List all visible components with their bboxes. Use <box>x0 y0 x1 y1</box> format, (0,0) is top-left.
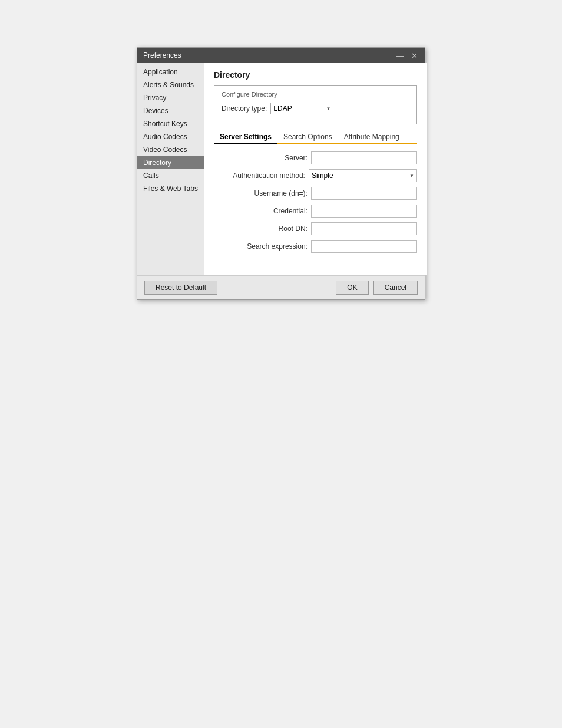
fieldset-legend: Configure Directory <box>222 91 409 98</box>
dialog-body: Application Alerts & Sounds Privacy Devi… <box>137 63 425 275</box>
dialog-footer: Reset to Default OK Cancel <box>137 275 425 299</box>
sidebar-item-calls[interactable]: Calls <box>137 169 204 182</box>
username-label: Username (dn=): <box>216 189 308 197</box>
preferences-dialog: Preferences — ✕ Application Alerts & Sou… <box>137 47 425 300</box>
ok-button[interactable]: OK <box>336 281 368 295</box>
search-expression-input[interactable] <box>311 240 417 253</box>
credential-label: Credential: <box>216 207 308 215</box>
sidebar-item-video-codecs[interactable]: Video Codecs <box>137 143 204 156</box>
sidebar-item-files-web-tabs[interactable]: Files & Web Tabs <box>137 182 204 195</box>
username-input[interactable] <box>311 187 417 200</box>
dir-type-select-wrapper: LDAP ActiveDirectory None <box>270 103 333 114</box>
root-dn-input[interactable] <box>311 222 417 235</box>
field-row-search-expression: Search expression: <box>214 240 417 253</box>
field-row-root-dn: Root DN: <box>214 222 417 235</box>
cancel-button[interactable]: Cancel <box>373 281 418 295</box>
sidebar-item-alerts-sounds[interactable]: Alerts & Sounds <box>137 78 204 91</box>
tab-server-settings[interactable]: Server Settings <box>214 130 277 144</box>
sidebar-item-shortcut-keys[interactable]: Shortcut Keys <box>137 117 204 130</box>
sidebar-item-audio-codecs[interactable]: Audio Codecs <box>137 130 204 143</box>
content-title: Directory <box>214 70 417 80</box>
auth-method-label: Authentication method: <box>214 172 305 180</box>
server-input[interactable] <box>311 151 417 164</box>
content-area: Directory Configure Directory Directory … <box>204 63 427 275</box>
dialog-titlebar: Preferences — ✕ <box>137 48 425 63</box>
reset-to-default-button[interactable]: Reset to Default <box>144 281 217 295</box>
field-row-server: Server: <box>214 151 417 164</box>
sidebar-item-privacy[interactable]: Privacy <box>137 91 204 104</box>
search-expression-label: Search expression: <box>216 242 308 251</box>
credential-input[interactable] <box>311 205 417 218</box>
dir-type-label: Directory type: <box>222 104 267 113</box>
sidebar-item-directory[interactable]: Directory <box>137 156 204 169</box>
tab-search-options[interactable]: Search Options <box>277 130 338 143</box>
field-row-credential: Credential: <box>214 205 417 218</box>
auth-select-wrapper: Simple SASL Anonymous <box>309 169 417 182</box>
field-row-auth-method: Authentication method: Simple SASL Anony… <box>214 169 417 182</box>
footer-right-buttons: OK Cancel <box>336 281 418 295</box>
dialog-title: Preferences <box>143 51 181 60</box>
tab-attribute-mapping[interactable]: Attribute Mapping <box>338 130 405 143</box>
sidebar-item-application[interactable]: Application <box>137 65 204 78</box>
root-dn-label: Root DN: <box>216 225 308 233</box>
titlebar-controls: — ✕ <box>395 52 419 60</box>
tabs-row: Server Settings Search Options Attribute… <box>214 130 417 144</box>
server-settings-panel: Server: Authentication method: Simple SA… <box>214 151 417 253</box>
sidebar: Application Alerts & Sounds Privacy Devi… <box>137 63 204 275</box>
minimize-button[interactable]: — <box>395 52 405 60</box>
auth-method-select[interactable]: Simple SASL Anonymous <box>309 169 417 182</box>
server-label: Server: <box>216 154 308 162</box>
sidebar-item-devices[interactable]: Devices <box>137 104 204 117</box>
field-row-username: Username (dn=): <box>214 187 417 200</box>
dir-type-select[interactable]: LDAP ActiveDirectory None <box>270 103 333 114</box>
directory-type-row: Directory type: LDAP ActiveDirectory Non… <box>222 103 409 114</box>
close-button[interactable]: ✕ <box>410 52 419 60</box>
configure-directory-group: Configure Directory Directory type: LDAP… <box>214 85 417 124</box>
